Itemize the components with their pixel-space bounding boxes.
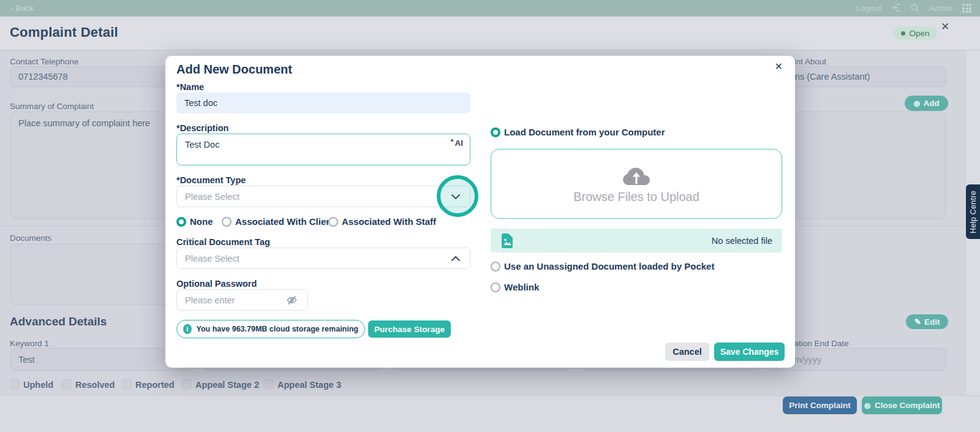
file-image-icon — [500, 233, 513, 249]
checkbox-appeal-stage-2-label: Appeal Stage 2 — [195, 380, 259, 390]
radio-associated-client[interactable] — [222, 217, 232, 227]
ai-assist-icon[interactable]: ✦AI — [450, 138, 463, 148]
browse-files-label: Browse Files to Upload — [573, 190, 699, 204]
checkbox-resolved-label: Resolved — [75, 380, 115, 390]
checkbox-upheld-label: Upheld — [23, 380, 53, 390]
circle-x-icon: ⊗ — [864, 401, 871, 411]
plus-circle-icon: ⊕ — [913, 99, 920, 108]
page-header — [0, 17, 980, 50]
summary-label: Summary of Complaint — [10, 102, 94, 111]
radio-weblink-label: Weblink — [504, 282, 539, 292]
password-label: Optional Password — [176, 279, 257, 289]
storage-message: You have 963.79MB cloud storage remainin… — [197, 325, 358, 333]
cancel-button[interactable]: Cancel — [665, 343, 709, 361]
logout-link[interactable]: Logout — [856, 4, 881, 13]
radio-none-label: None — [190, 216, 213, 227]
documents-label: Documents — [10, 233, 51, 243]
status-label: Open — [909, 29, 929, 38]
chevron-down-icon[interactable] — [451, 194, 460, 199]
checkbox-appeal-stage-3[interactable] — [264, 379, 274, 389]
checkbox-appeal-stage-3-label: Appeal Stage 3 — [277, 380, 341, 390]
radio-load-from-computer[interactable] — [491, 127, 500, 137]
cloud-upload-icon — [620, 164, 652, 188]
info-icon: i — [183, 324, 192, 334]
add-button[interactable]: ⊕ Add — [905, 96, 948, 111]
radio-associated-staff-label: Associated With Staff — [342, 216, 436, 227]
selected-file-band: No selected file — [491, 229, 782, 252]
checkbox-reported[interactable] — [122, 379, 132, 389]
checkbox-resolved[interactable] — [62, 379, 72, 389]
add-document-modal: Add New Document ✕ *Name Test doc *Descr… — [165, 56, 795, 368]
eye-off-icon[interactable] — [286, 294, 298, 306]
back-button[interactable]: ‹ Back — [11, 4, 34, 13]
app-window: ‹ Back Logout Admin Complaint Detail Ope… — [0, 0, 980, 432]
description-label: *Description — [176, 123, 228, 133]
radio-none[interactable] — [176, 217, 186, 227]
print-complaint-button[interactable]: Print Complaint — [783, 396, 857, 414]
document-type-label: *Document Type — [176, 175, 246, 185]
back-label: Back — [16, 4, 34, 13]
status-badge: Open — [894, 26, 937, 40]
radio-associated-staff[interactable] — [328, 217, 338, 227]
checkbox-upheld[interactable] — [10, 379, 20, 389]
critical-tag-label: Critical Document Tag — [176, 237, 270, 247]
edit-button[interactable]: ✎ Edit — [906, 314, 948, 329]
modal-title: Add New Document — [176, 63, 292, 77]
page-title: Complaint Detail — [10, 25, 118, 40]
apps-grid-icon[interactable] — [962, 4, 971, 13]
chevron-up-icon[interactable] — [451, 256, 460, 261]
radio-weblink[interactable] — [491, 282, 500, 292]
top-nav-bar: ‹ Back Logout Admin — [0, 0, 980, 17]
radio-load-from-computer-label: Load Document from your Computer — [504, 127, 665, 137]
pencil-icon: ✎ — [914, 317, 921, 327]
save-changes-button[interactable]: Save Changes — [714, 343, 785, 361]
no-file-label: No selected file — [712, 236, 772, 246]
critical-tag-select[interactable]: Please Select — [176, 248, 470, 269]
browse-files-dropzone[interactable]: Browse Files to Upload — [491, 149, 782, 219]
chevron-left-icon: ‹ — [11, 4, 13, 13]
close-complaint-button[interactable]: ⊗ Close Complaint — [862, 396, 942, 414]
logout-icon[interactable] — [891, 3, 900, 14]
radio-associated-client-label: Associated With Client — [235, 216, 334, 227]
admin-menu[interactable]: Admin — [929, 4, 952, 13]
purchase-storage-button[interactable]: Purchase Storage — [368, 320, 451, 338]
status-dot-icon — [901, 31, 905, 36]
description-textarea[interactable]: Test Doc ✦AI — [176, 134, 470, 165]
page-close-icon[interactable]: ✕ — [941, 20, 949, 33]
modal-close-icon[interactable]: ✕ — [775, 61, 783, 72]
contact-telephone-label: Contact Telephone — [10, 57, 78, 66]
search-icon[interactable] — [910, 3, 919, 14]
document-type-select[interactable]: Please Select — [176, 186, 470, 207]
password-input[interactable]: Please enter — [176, 289, 308, 311]
checkbox-appeal-stage-2[interactable] — [182, 379, 192, 389]
storage-remaining-pill: i You have 963.79MB cloud storage remain… — [176, 320, 365, 338]
name-input[interactable]: Test doc — [176, 93, 470, 113]
help-centre-tab[interactable]: Help Centre — [966, 184, 980, 239]
advanced-details-heading: Advanced Details — [10, 315, 107, 328]
name-label: *Name — [176, 82, 204, 92]
keyword1-label: Keyword 1 — [10, 339, 49, 348]
radio-unassigned-document[interactable] — [491, 262, 500, 271]
checkbox-reported-label: Reported — [135, 380, 175, 390]
radio-unassigned-document-label: Use an Unassigned Document loaded by Poc… — [504, 261, 714, 271]
